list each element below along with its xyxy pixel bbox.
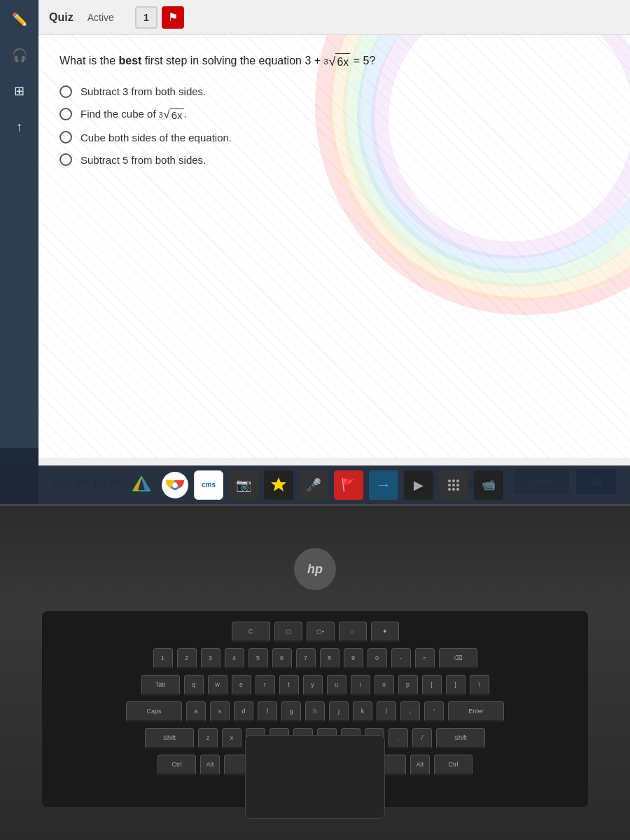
camera-taskbar-icon[interactable]: 📷 [229, 470, 258, 500]
quiz-content: What is the best first step in solving t… [38, 35, 630, 458]
key-i[interactable]: i [351, 675, 370, 696]
pencil-icon[interactable]: ✏️ [7, 7, 32, 32]
key-5[interactable]: 5 [248, 648, 268, 669]
answer-text-c: Cube both sides of the equation. [80, 132, 232, 144]
key-l[interactable]: l [377, 701, 396, 722]
key-alt-l[interactable]: Alt [200, 755, 220, 776]
key-y[interactable]: y [303, 675, 323, 696]
keyboard-row-fn: C ◻ ◻▪ ○ ✦ [52, 622, 578, 643]
key-r[interactable]: r [255, 675, 275, 696]
key-star[interactable]: ✦ [371, 622, 399, 643]
quiz-title: Quiz [49, 11, 74, 24]
svg-point-14 [448, 488, 451, 491]
key-1[interactable]: 1 [153, 648, 173, 669]
key-p[interactable]: p [398, 675, 418, 696]
key-semi[interactable]: ; [400, 701, 420, 722]
key-enter[interactable]: Enter [448, 701, 504, 722]
key-2[interactable]: 2 [177, 648, 197, 669]
key-u[interactable]: u [327, 675, 346, 696]
key-ctrl-r[interactable]: Ctrl [434, 755, 472, 776]
answer-option-c[interactable]: Cube both sides of the equation. [59, 131, 609, 144]
question-number-badge: 1 [135, 6, 158, 29]
key-shift-r[interactable]: Shift [436, 728, 485, 749]
touchpad[interactable] [245, 735, 385, 819]
radio-b[interactable] [59, 108, 72, 120]
headphone-icon[interactable]: 🎧 [7, 43, 32, 68]
cms-label: cms [202, 481, 216, 489]
key-q[interactable]: q [184, 675, 204, 696]
key-z[interactable]: z [198, 728, 218, 749]
key-sq[interactable]: ◻ [274, 622, 302, 643]
key-slash[interactable]: / [412, 728, 432, 749]
svg-point-10 [456, 479, 459, 482]
grid-sidebar-icon[interactable]: ⊞ [7, 78, 32, 104]
key-h[interactable]: h [305, 701, 325, 722]
svg-point-9 [452, 479, 455, 482]
key-3[interactable]: 3 [201, 648, 220, 669]
key-minus[interactable]: - [391, 648, 411, 669]
key-x[interactable]: x [222, 728, 241, 749]
answer-option-a[interactable]: Subtract 3 from both sides. [59, 85, 609, 98]
flag-taskbar-icon[interactable]: 🚩 [334, 470, 363, 500]
key-s[interactable]: s [210, 701, 230, 722]
laptop-outer: ✏️ 🎧 ⊞ ↑ Quiz Active 1 ⚑ [0, 0, 630, 840]
key-equals[interactable]: = [415, 648, 435, 669]
key-a[interactable]: a [186, 701, 206, 722]
svg-point-13 [456, 484, 459, 486]
key-7[interactable]: 7 [296, 648, 316, 669]
key-rbracket[interactable]: ] [446, 675, 465, 696]
svg-point-8 [448, 479, 451, 482]
flag-icon: ⚑ [168, 10, 178, 24]
key-period[interactable]: . [388, 728, 408, 749]
radio-a[interactable] [59, 85, 72, 98]
key-circle[interactable]: ○ [339, 622, 367, 643]
key-f[interactable]: f [258, 701, 277, 722]
svg-point-16 [456, 488, 459, 491]
grid-taskbar-icon[interactable] [439, 470, 468, 500]
upload-icon[interactable]: ↑ [7, 114, 32, 139]
key-alt-r[interactable]: Alt [410, 755, 430, 776]
key-k[interactable]: k [353, 701, 372, 722]
video-taskbar-icon[interactable]: 📹 [474, 470, 503, 500]
screen-area: ✏️ 🎧 ⊞ ↑ Quiz Active 1 ⚑ [0, 0, 630, 504]
key-8[interactable]: 8 [320, 648, 340, 669]
key-t[interactable]: t [279, 675, 299, 696]
mic-taskbar-icon[interactable]: 🎤 [299, 470, 328, 500]
key-0[interactable]: 0 [368, 648, 387, 669]
key-lbracket[interactable]: [ [422, 675, 442, 696]
star-taskbar-icon[interactable] [264, 470, 293, 500]
answer-option-d[interactable]: Subtract 5 from both sides. [59, 153, 609, 166]
cms-taskbar-icon[interactable]: cms [194, 470, 223, 500]
key-4[interactable]: 4 [225, 648, 244, 669]
key-split[interactable]: ◻▪ [307, 622, 335, 643]
drive-taskbar-icon[interactable] [127, 470, 156, 500]
key-backslash[interactable]: \ [470, 675, 489, 696]
top-bar: Quiz Active 1 ⚑ [38, 0, 630, 35]
question-content: What is the best first step in solving t… [59, 52, 609, 166]
key-w[interactable]: w [208, 675, 227, 696]
key-e[interactable]: e [232, 675, 251, 696]
arrow-taskbar-icon[interactable]: → [369, 470, 398, 500]
radio-d[interactable] [59, 153, 72, 166]
key-c[interactable]: C [232, 622, 270, 643]
answer-option-b[interactable]: Find the cube of 3√6x. [59, 108, 609, 122]
key-caps[interactable]: Caps [126, 701, 182, 722]
chrome-taskbar-icon[interactable] [162, 472, 188, 498]
key-tab[interactable]: Tab [141, 675, 180, 696]
play-taskbar-icon[interactable]: ▶ [404, 470, 433, 500]
key-9[interactable]: 9 [344, 648, 363, 669]
key-shift-l[interactable]: Shift [145, 728, 194, 749]
svg-point-11 [448, 484, 451, 486]
radio-c[interactable] [59, 131, 72, 144]
key-quote[interactable]: ' [424, 701, 444, 722]
key-g[interactable]: g [281, 701, 301, 722]
key-j[interactable]: j [329, 701, 349, 722]
key-ctrl-l[interactable]: Ctrl [158, 755, 196, 776]
key-d[interactable]: d [234, 701, 253, 722]
flag-button[interactable]: ⚑ [162, 6, 184, 29]
key-o[interactable]: o [374, 675, 394, 696]
svg-marker-7 [271, 477, 286, 491]
key-backspace[interactable]: ⌫ [439, 648, 477, 669]
keyboard-row-q: Tab q w e r t y u i o p [ ] \ [52, 675, 578, 696]
key-6[interactable]: 6 [272, 648, 292, 669]
